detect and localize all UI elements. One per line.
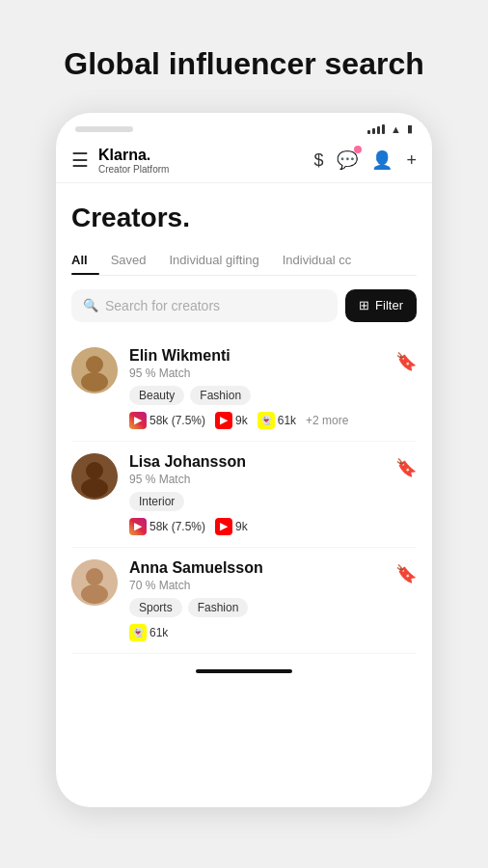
social-stats-3: 👻 61k (129, 624, 388, 641)
creator-card-2: Lisa Johansson 95 % Match Interior ▶ 58k… (71, 442, 417, 548)
yt-value-2: 9k (235, 520, 248, 533)
more-badge-1: +2 more (306, 414, 348, 427)
notch-right: ▲ ▮ (367, 122, 413, 135)
tag-fashion-3: Fashion (188, 598, 249, 617)
creator-info-2: Lisa Johansson 95 % Match Interior ▶ 58k… (129, 453, 388, 535)
tab-individual-gifting[interactable]: Individual gifting (158, 247, 271, 275)
stat-yt-1: ▶ 9k (215, 412, 248, 429)
nav-actions: $ 💬 👤 + (313, 149, 417, 171)
filter-icon: ⊞ (359, 298, 369, 312)
tags-3: Sports Fashion (129, 598, 388, 617)
brand-name: Klarna. (98, 147, 169, 164)
brand-subtitle: Creator Platform (98, 164, 169, 175)
page-title: Global influencer search (44, 46, 443, 82)
home-indicator (196, 669, 292, 673)
creator-name-2: Lisa Johansson (129, 453, 388, 471)
search-placeholder: Search for creators (105, 298, 220, 313)
filter-label: Filter (375, 298, 403, 312)
search-row: 🔍 Search for creators ⊞ Filter (71, 289, 417, 322)
notch-left (75, 126, 133, 132)
ig-icon-1: ▶ (129, 412, 147, 429)
snap-icon-3: 👻 (129, 624, 147, 641)
snap-icon-1: 👻 (258, 412, 275, 429)
match-1: 95 % Match (129, 366, 388, 380)
creator-name-1: Elin Wikmenti (129, 347, 388, 365)
avatar-2 (71, 453, 118, 500)
bookmark-1[interactable]: 🔖 (395, 351, 417, 372)
tags-1: Beauty Fashion (129, 386, 388, 405)
tab-saved[interactable]: Saved (99, 247, 158, 275)
section-heading: Creators. (71, 203, 417, 233)
snap-value-3: 61k (149, 626, 168, 639)
message-icon[interactable]: 💬 (337, 149, 358, 171)
message-badge (354, 146, 362, 153)
brand: Klarna. Creator Platform (98, 147, 169, 175)
main-content: Creators. All Saved Individual gifting I… (56, 183, 432, 654)
search-box[interactable]: 🔍 Search for creators (71, 289, 338, 322)
tags-2: Interior (129, 492, 388, 511)
stat-ig-1: ▶ 58k (7.5%) (129, 412, 205, 429)
filter-button[interactable]: ⊞ Filter (345, 289, 417, 322)
stat-snap-1: 👻 61k (258, 412, 296, 429)
yt-value-1: 9k (235, 414, 248, 427)
tab-all[interactable]: All (71, 247, 99, 275)
tag-fashion-1: Fashion (190, 386, 251, 405)
nav-bar: ☰ Klarna. Creator Platform $ 💬 👤 + (56, 139, 432, 183)
snap-value-1: 61k (278, 414, 296, 427)
battery-icon: ▮ (407, 122, 413, 135)
creator-info-3: Anna Samuelsson 70 % Match Sports Fashio… (129, 559, 388, 641)
social-stats-2: ▶ 58k (7.5%) ▶ 9k (129, 518, 388, 535)
social-stats-1: ▶ 58k (7.5%) ▶ 9k 👻 61k +2 more (129, 412, 388, 429)
tag-beauty-1: Beauty (129, 386, 184, 405)
search-icon: 🔍 (83, 298, 98, 312)
creator-name-3: Anna Samuelsson (129, 559, 388, 577)
creator-card-3: Anna Samuelsson 70 % Match Sports Fashio… (71, 548, 417, 654)
tag-interior-2: Interior (129, 492, 184, 511)
plus-icon[interactable]: + (406, 150, 417, 171)
tabs-row: All Saved Individual gifting Individual … (71, 247, 417, 276)
avatar-1 (71, 347, 118, 393)
stat-ig-2: ▶ 58k (7.5%) (129, 518, 205, 535)
yt-icon-2: ▶ (215, 518, 232, 535)
notch-bar: ▲ ▮ (56, 113, 432, 139)
creator-info-1: Elin Wikmenti 95 % Match Beauty Fashion … (129, 347, 388, 429)
avatar-3 (71, 559, 118, 606)
ig-value-1: 58k (7.5%) (149, 414, 205, 427)
stat-snap-3: 👻 61k (129, 624, 168, 641)
ig-value-2: 58k (7.5%) (149, 520, 205, 533)
bookmark-3[interactable]: 🔖 (395, 563, 417, 584)
match-3: 70 % Match (129, 579, 388, 592)
signal-icon (367, 124, 385, 134)
bookmark-2[interactable]: 🔖 (395, 457, 417, 478)
tag-sports-3: Sports (129, 598, 182, 617)
tab-individual-cc[interactable]: Individual cc (271, 247, 364, 275)
user-icon[interactable]: 👤 (371, 149, 393, 171)
phone-shell: ▲ ▮ ☰ Klarna. Creator Platform $ 💬 👤 + C… (56, 113, 432, 807)
menu-icon[interactable]: ☰ (71, 149, 89, 172)
bottom-bar (56, 654, 432, 689)
creator-card-1: Elin Wikmenti 95 % Match Beauty Fashion … (71, 336, 417, 442)
wifi-icon: ▲ (391, 123, 401, 135)
ig-icon-2: ▶ (129, 518, 147, 535)
dollar-icon[interactable]: $ (313, 150, 323, 171)
stat-yt-2: ▶ 9k (215, 518, 248, 535)
match-2: 95 % Match (129, 473, 388, 486)
yt-icon-1: ▶ (215, 412, 232, 429)
